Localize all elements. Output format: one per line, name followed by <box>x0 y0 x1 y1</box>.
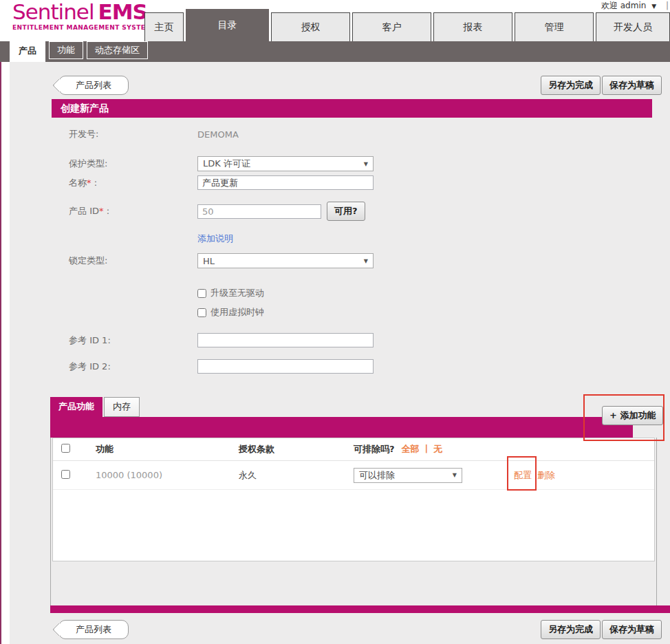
dropdown-caret-icon: ▼ <box>364 161 368 167</box>
save-as-draft-button-bottom[interactable]: 保存为草稿 <box>602 620 662 639</box>
features-panel-spacer <box>52 561 656 605</box>
form-row-product-id: 产品 ID* : 可用? <box>52 202 670 221</box>
protection-type-select[interactable]: LDK 许可证 ▼ <box>197 156 374 171</box>
left-accent-line <box>0 62 1 644</box>
upgrade-driverless-label: 升级至无驱动 <box>210 287 264 299</box>
required-asterisk: * <box>87 178 91 188</box>
lock-type-value: HL <box>203 256 215 266</box>
logo-text: SentinelEMS <box>12 1 152 23</box>
dropdown-caret-icon: ▼ <box>453 472 457 478</box>
excludable-value: 可以排除 <box>359 469 395 482</box>
form-row-name: 名称* : <box>52 175 670 190</box>
create-product-form: 开发号: DEMOMA 保护类型: LDK 许可证 ▼ 名称* : 产品 ID*… <box>10 127 670 374</box>
feature-name-cell: 10000 (10000) <box>96 470 239 480</box>
save-as-complete-button-top[interactable]: 另存为完成 <box>541 76 601 95</box>
protection-type-label: 保护类型: <box>69 158 197 170</box>
feature-table-row: 10000 (10000) 永久 可以排除 ▼ 配置 <box>53 461 654 490</box>
form-row-developer: 开发号: DEMOMA <box>52 127 670 141</box>
upgrade-driverless-checkbox[interactable] <box>197 289 206 298</box>
dropdown-caret-icon: ▼ <box>364 258 368 264</box>
save-buttons-top: 另存为完成 保存为草稿 <box>541 76 662 95</box>
form-row-lock-type: 锁定类型: HL ▼ <box>52 253 670 268</box>
excludable-quick-links: 全部 | 无 <box>402 443 443 455</box>
ref-id2-label: 参考 ID 2: <box>69 361 197 373</box>
name-label: 名称* : <box>69 177 197 189</box>
features-panel-header-bar <box>50 417 633 438</box>
ref-id1-label: 参考 ID 1: <box>69 334 197 347</box>
developer-id-label: 开发号: <box>69 128 197 140</box>
row-checkbox-cell <box>53 470 96 481</box>
page-title: 创建新产品 <box>52 99 652 118</box>
header-excludable-cell: 可排除吗? 全部 | 无 <box>354 443 488 455</box>
logo-word-sentinel: Sentinel <box>12 0 94 24</box>
bottom-toolbar: 产品列表 另存为完成 保存为草稿 <box>10 613 670 639</box>
nav-tab-home[interactable]: 主页 <box>144 12 184 41</box>
required-asterisk: * <box>99 206 104 216</box>
page: SentinelEMS ENTITLEMENT MANAGEMENT SYSTE… <box>0 0 670 644</box>
sentinel-ems-logo: SentinelEMS ENTITLEMENT MANAGEMENT SYSTE… <box>12 1 152 31</box>
header-checkbox-cell <box>53 444 96 455</box>
product-id-field[interactable] <box>197 204 321 219</box>
header-license-terms: 授权条款 <box>239 443 354 455</box>
save-as-draft-button-top[interactable]: 保存为草稿 <box>602 76 662 95</box>
form-row-add-description: 添加说明 <box>52 233 670 244</box>
nav-tab-developers[interactable]: 开发人员 <box>596 12 670 41</box>
nav-tab-catalog[interactable]: 目录 <box>186 9 269 41</box>
top-header: SentinelEMS ENTITLEMENT MANAGEMENT SYSTE… <box>0 0 670 41</box>
features-panel-tabs: 产品功能 内存 <box>50 399 657 417</box>
nav-tab-administration[interactable]: 管理 <box>515 12 594 41</box>
features-panel-footer-bar <box>50 605 670 613</box>
tab-memory[interactable]: 内存 <box>104 397 140 417</box>
virtual-clock-checkbox[interactable] <box>197 308 206 317</box>
lock-type-select[interactable]: HL ▼ <box>197 253 374 268</box>
name-field[interactable] <box>197 175 374 190</box>
product-list-back-button-bottom[interactable]: 产品列表 <box>58 620 129 639</box>
configure-link[interactable]: 配置 <box>514 469 532 482</box>
form-row-protection-type: 保护类型: LDK 许可证 ▼ <box>52 156 670 171</box>
add-description-link[interactable]: 添加说明 <box>197 233 233 245</box>
excludable-cell: 可以排除 ▼ <box>354 468 488 483</box>
logo-word-ems: EMS <box>98 0 147 24</box>
row-select-checkbox[interactable] <box>61 470 70 479</box>
product-list-back-button-top[interactable]: 产品列表 <box>58 76 129 95</box>
virtual-clock-label: 使用虚拟时钟 <box>210 306 264 319</box>
content-area: 产品列表 另存为完成 保存为草稿 创建新产品 开发号: DEMOMA 保护类型:… <box>10 62 670 644</box>
excludable-all-link[interactable]: 全部 <box>402 443 420 455</box>
lock-type-label: 锁定类型: <box>69 255 197 267</box>
subtab-features[interactable]: 功能 <box>49 41 83 59</box>
save-buttons-bottom: 另存为完成 保存为草稿 <box>541 620 662 639</box>
form-row-ref-id1: 参考 ID 1: <box>52 333 670 347</box>
features-table: 功能 授权条款 可排除吗? 全部 | 无 <box>52 438 655 561</box>
subtab-dynamic-storage[interactable]: 动态存储区 <box>87 41 148 59</box>
check-availability-button[interactable]: 可用? <box>327 202 365 221</box>
features-table-header: 功能 授权条款 可排除吗? 全部 | 无 <box>53 438 654 461</box>
save-as-complete-button-bottom[interactable]: 另存为完成 <box>541 620 601 639</box>
header-feature: 功能 <box>96 443 239 455</box>
select-all-checkbox[interactable] <box>61 444 70 453</box>
excludable-none-link[interactable]: 无 <box>433 443 442 455</box>
developer-id-value: DEMOMA <box>197 129 239 140</box>
form-row-upgrade-checkbox: 升级至无驱动 <box>197 288 670 299</box>
nav-tab-customers[interactable]: 客户 <box>352 12 431 41</box>
add-feature-button[interactable]: + 添加功能 <box>602 406 663 425</box>
nav-tab-entitlements[interactable]: 授权 <box>271 12 350 41</box>
header-excludable-label: 可排除吗? <box>354 443 395 455</box>
ref-id2-field[interactable] <box>197 359 374 374</box>
product-features-panel: 产品功能 内存 + 添加功能 功能 授权条款 可排除吗? <box>50 399 657 613</box>
excludable-select[interactable]: 可以排除 ▼ <box>354 468 462 483</box>
main-nav: 主页 目录 授权 客户 报表 管理 开发人员 <box>144 9 670 41</box>
ref-id1-field[interactable] <box>197 333 374 347</box>
license-terms-cell: 永久 <box>239 469 354 482</box>
nav-tab-reports[interactable]: 报表 <box>433 12 512 41</box>
sub-nav: 产品 功能 动态存储区 <box>0 41 670 62</box>
product-id-label: 产品 ID* : <box>69 205 197 217</box>
features-panel-body: 功能 授权条款 可排除吗? 全部 | 无 <box>50 438 657 605</box>
row-actions-cell: 配置 删除 <box>488 469 654 482</box>
form-row-vclock-checkbox: 使用虚拟时钟 <box>197 307 670 318</box>
delete-link[interactable]: 删除 <box>537 469 555 482</box>
tab-product-features[interactable]: 产品功能 <box>50 397 102 417</box>
excludable-links-separator: | <box>425 443 429 455</box>
subtab-products[interactable]: 产品 <box>10 41 45 62</box>
logo-tagline: ENTITLEMENT MANAGEMENT SYSTEM <box>12 24 152 31</box>
form-row-ref-id2: 参考 ID 2: <box>52 359 670 374</box>
